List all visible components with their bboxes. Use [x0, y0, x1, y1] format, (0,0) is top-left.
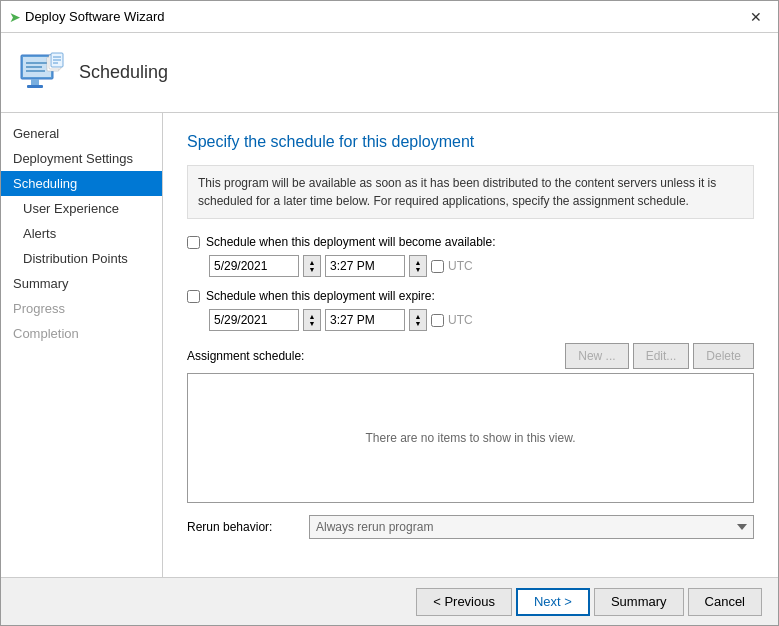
wizard-body: General Deployment Settings Scheduling U… — [1, 113, 778, 577]
svg-rect-3 — [27, 85, 43, 88]
expire-date-row: ▲ ▼ ▲ ▼ UTC — [209, 309, 754, 331]
wizard-header: Scheduling — [1, 33, 778, 113]
footer: < Previous Next > Summary Cancel — [1, 577, 778, 625]
assignment-list: There are no items to show in this view. — [187, 373, 754, 503]
sidebar-item-scheduling[interactable]: Scheduling — [1, 171, 162, 196]
expire-checkbox-row: Schedule when this deployment will expir… — [187, 289, 754, 303]
rerun-dropdown[interactable]: Always rerun program — [309, 515, 754, 539]
sidebar-item-alerts[interactable]: Alerts — [1, 221, 162, 246]
available-checkbox-row: Schedule when this deployment will becom… — [187, 235, 754, 249]
assignment-label: Assignment schedule: — [187, 349, 304, 363]
previous-button[interactable]: < Previous — [416, 588, 512, 616]
expire-date-spinner[interactable]: ▲ ▼ — [303, 309, 321, 331]
available-utc-checkbox[interactable] — [431, 260, 444, 273]
available-utc-row: UTC — [431, 259, 473, 273]
rerun-label: Rerun behavior: — [187, 520, 297, 534]
sidebar-item-general[interactable]: General — [1, 121, 162, 146]
title-bar-icon: ➤ — [9, 9, 21, 25]
wizard-window: ➤ Deploy Software Wizard ✕ Scheduling — [0, 0, 779, 626]
expire-utc-checkbox[interactable] — [431, 314, 444, 327]
main-content: Specify the schedule for this deployment… — [163, 113, 778, 577]
available-checkbox[interactable] — [187, 236, 200, 249]
expire-utc-label: UTC — [448, 313, 473, 327]
available-time-spinner[interactable]: ▲ ▼ — [409, 255, 427, 277]
sidebar-item-distribution-points[interactable]: Distribution Points — [1, 246, 162, 271]
expire-label: Schedule when this deployment will expir… — [206, 289, 435, 303]
sidebar-item-deployment-settings[interactable]: Deployment Settings — [1, 146, 162, 171]
available-date-input[interactable] — [209, 255, 299, 277]
wizard-header-icon — [17, 49, 65, 97]
expire-date-input[interactable] — [209, 309, 299, 331]
title-bar: ➤ Deploy Software Wizard ✕ — [1, 1, 778, 33]
available-time-input[interactable] — [325, 255, 405, 277]
sidebar-item-progress: Progress — [1, 296, 162, 321]
sidebar: General Deployment Settings Scheduling U… — [1, 113, 163, 577]
expire-time-spinner[interactable]: ▲ ▼ — [409, 309, 427, 331]
wizard-header-title: Scheduling — [79, 62, 168, 83]
assignment-toolbar: New ... Edit... Delete — [565, 343, 754, 369]
section-title: Specify the schedule for this deployment — [187, 133, 754, 151]
cancel-button[interactable]: Cancel — [688, 588, 762, 616]
title-bar-title: Deploy Software Wizard — [25, 9, 742, 24]
edit-button[interactable]: Edit... — [633, 343, 690, 369]
info-box: This program will be available as soon a… — [187, 165, 754, 219]
delete-button[interactable]: Delete — [693, 343, 754, 369]
new-button[interactable]: New ... — [565, 343, 628, 369]
close-button[interactable]: ✕ — [742, 5, 770, 29]
sidebar-item-completion: Completion — [1, 321, 162, 346]
summary-button[interactable]: Summary — [594, 588, 684, 616]
list-empty-text: There are no items to show in this view. — [365, 431, 575, 445]
next-button[interactable]: Next > — [516, 588, 590, 616]
expire-utc-row: UTC — [431, 313, 473, 327]
available-label: Schedule when this deployment will becom… — [206, 235, 496, 249]
expire-checkbox[interactable] — [187, 290, 200, 303]
rerun-row: Rerun behavior: Always rerun program — [187, 515, 754, 539]
available-date-row: ▲ ▼ ▲ ▼ UTC — [209, 255, 754, 277]
available-date-spinner[interactable]: ▲ ▼ — [303, 255, 321, 277]
svg-rect-2 — [31, 79, 39, 85]
expire-time-input[interactable] — [325, 309, 405, 331]
assignment-label-row: Assignment schedule: New ... Edit... Del… — [187, 343, 754, 373]
available-utc-label: UTC — [448, 259, 473, 273]
sidebar-item-user-experience[interactable]: User Experience — [1, 196, 162, 221]
assignment-section: Assignment schedule: New ... Edit... Del… — [187, 343, 754, 503]
sidebar-item-summary[interactable]: Summary — [1, 271, 162, 296]
